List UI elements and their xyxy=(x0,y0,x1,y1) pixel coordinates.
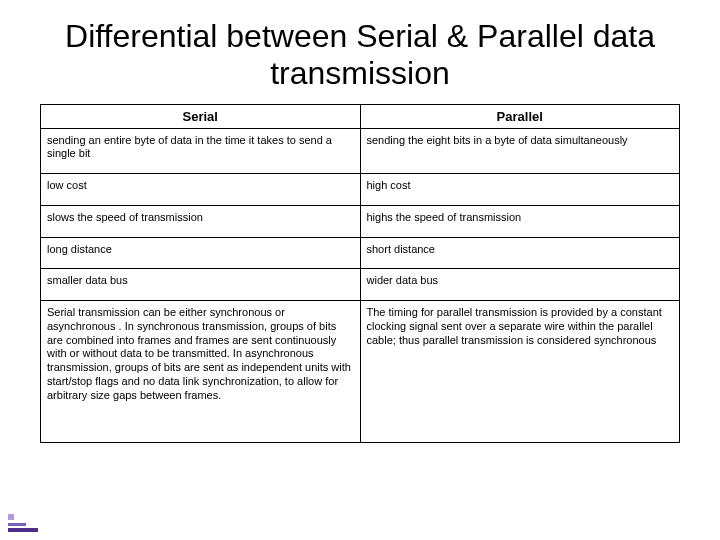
cell-serial: Serial transmission can be either synchr… xyxy=(41,301,361,443)
cell-parallel: wider data bus xyxy=(360,269,680,301)
corner-accent-icon xyxy=(8,510,38,532)
table-row: smaller data bus wider data bus xyxy=(41,269,680,301)
cell-serial: long distance xyxy=(41,237,361,269)
cell-parallel: The timing for parallel transmission is … xyxy=(360,301,680,443)
cell-serial: sending an entire byte of data in the ti… xyxy=(41,128,361,174)
table-row: Serial transmission can be either synchr… xyxy=(41,301,680,443)
table-row: low cost high cost xyxy=(41,174,680,206)
cell-serial: smaller data bus xyxy=(41,269,361,301)
cell-parallel: highs the speed of transmission xyxy=(360,205,680,237)
comparison-table: Serial Parallel sending an entire byte o… xyxy=(40,104,680,444)
table-row: sending an entire byte of data in the ti… xyxy=(41,128,680,174)
table-row: slows the speed of transmission highs th… xyxy=(41,205,680,237)
header-serial: Serial xyxy=(41,104,361,128)
page-title: Differential between Serial & Parallel d… xyxy=(0,0,720,100)
table-header-row: Serial Parallel xyxy=(41,104,680,128)
header-parallel: Parallel xyxy=(360,104,680,128)
cell-serial: slows the speed of transmission xyxy=(41,205,361,237)
cell-parallel: sending the eight bits in a byte of data… xyxy=(360,128,680,174)
cell-serial: low cost xyxy=(41,174,361,206)
cell-parallel: short distance xyxy=(360,237,680,269)
table-row: long distance short distance xyxy=(41,237,680,269)
slide: Differential between Serial & Parallel d… xyxy=(0,0,720,540)
cell-parallel: high cost xyxy=(360,174,680,206)
